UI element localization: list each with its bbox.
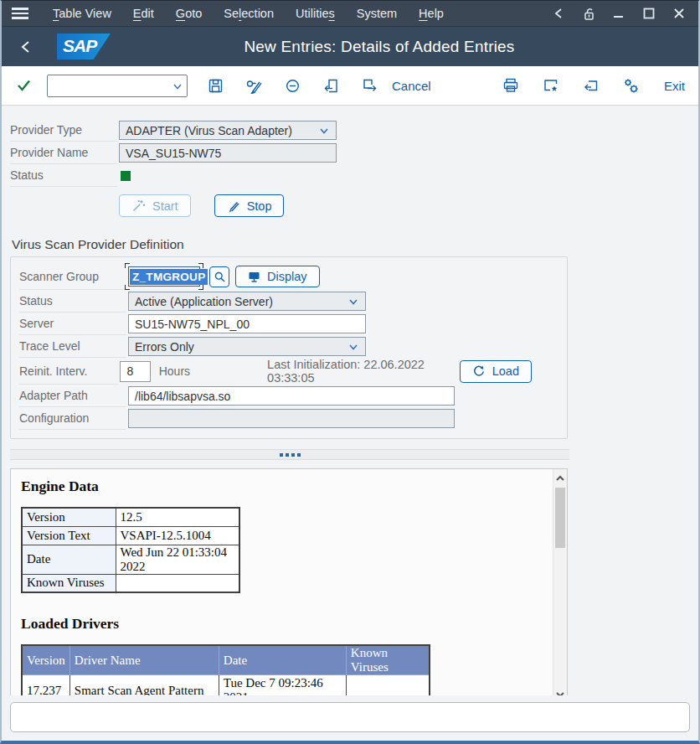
minimize-button[interactable] — [610, 4, 628, 23]
table-row: 17.237 Smart Scan Agent Pattern Tue Dec … — [22, 675, 430, 696]
server-field[interactable]: SU15-NW75_NPL_00 — [128, 314, 366, 333]
configuration-label: Configuration — [19, 407, 126, 430]
vertical-scrollbar[interactable] — [553, 469, 567, 695]
sap-gui-window: Table View Edit Goto Selection Utilities… — [0, 0, 700, 744]
menu-goto[interactable]: Goto — [165, 1, 213, 26]
status-green-indicator — [121, 171, 131, 181]
trace-level-label: Trace Level — [19, 335, 126, 358]
chevron-down-icon — [318, 125, 330, 137]
command-field[interactable] — [48, 75, 187, 96]
definition-status-dropdown[interactable]: Active (Application Server) — [128, 292, 366, 311]
content-area: Provider Type ADAPTER (Virus Scan Adapte… — [2, 106, 698, 695]
menu-bar: Table View Edit Goto Selection Utilities… — [2, 1, 698, 27]
stop-button[interactable]: Stop — [214, 194, 285, 217]
menu-items: Table View Edit Goto Selection Utilities… — [42, 1, 455, 26]
definition-status-label: Status — [19, 290, 126, 313]
start-button[interactable]: Start — [119, 194, 191, 217]
load-button[interactable]: Load — [460, 360, 532, 383]
menu-utilities[interactable]: Utilities — [285, 1, 346, 26]
save-icon[interactable] — [206, 76, 224, 95]
menu-system[interactable]: System — [346, 1, 408, 26]
scanner-group-input[interactable]: Z_TMGROUP — [128, 266, 200, 287]
adapter-path-field[interactable]: /lib64/libsapvsa.so — [128, 386, 455, 406]
menu-table-view[interactable]: Table View — [42, 1, 122, 26]
splitter-handle[interactable] — [10, 449, 569, 460]
adapter-path-label: Adapter Path — [19, 385, 126, 407]
back-chevron-icon[interactable] — [17, 38, 35, 56]
page-title: New Entries: Details of Added Entries — [60, 38, 698, 56]
chevron-down-icon — [347, 341, 359, 353]
hamburger-menu-icon[interactable] — [12, 8, 28, 19]
hours-unit-label: Hours — [159, 364, 190, 378]
engine-data-table: Version12.5 Version TextVSAPI-12.5.1004 … — [21, 507, 240, 593]
provider-type-label: Provider Type — [10, 119, 117, 142]
scanner-group-label: Scanner Group — [19, 263, 126, 290]
reinit-interval-label: Reinit. Interv. — [19, 358, 118, 385]
title-bar: New Entries: Details of Added Entries SA… — [2, 27, 698, 66]
exit-page-icon[interactable] — [360, 76, 378, 95]
unlock-icon[interactable] — [579, 4, 598, 23]
table-header-row: Version Driver Name Date Known Viruses — [22, 645, 430, 675]
trace-level-dropdown[interactable]: Errors Only — [128, 337, 366, 356]
engine-data-title: Engine Data — [21, 478, 567, 495]
menu-help[interactable]: Help — [408, 1, 455, 26]
provider-type-dropdown[interactable]: ADAPTER (Virus Scan Adapter) — [119, 121, 337, 140]
chevron-down-icon[interactable] — [172, 80, 183, 92]
server-label: Server — [19, 313, 126, 335]
new-session-icon[interactable] — [582, 76, 600, 95]
enter-check-icon[interactable] — [15, 76, 33, 95]
definition-groupbox: Scanner Group Z_TMGROUP Displa — [10, 256, 568, 439]
back-page-icon[interactable] — [322, 76, 340, 95]
definition-section-title: Virus Scan Provider Definition — [12, 237, 698, 252]
menu-selection[interactable]: Selection — [213, 1, 285, 26]
display-button[interactable]: Display — [235, 266, 320, 287]
provider-name-label: Provider Name — [10, 142, 117, 164]
maximize-button[interactable] — [640, 4, 658, 23]
close-button[interactable] — [670, 4, 688, 23]
scroll-up-icon[interactable] — [553, 471, 567, 486]
print-icon[interactable] — [502, 76, 520, 95]
chevron-left-icon[interactable] — [549, 4, 568, 23]
menu-edit[interactable]: Edit — [122, 1, 165, 26]
chevron-down-icon — [347, 296, 359, 307]
scroll-down-icon[interactable] — [553, 687, 567, 695]
scanner-group-focus: Z_TMGROUP — [125, 263, 203, 290]
display-change-icon[interactable] — [244, 76, 263, 95]
command-field-wrap — [47, 75, 188, 97]
value-help-search-icon[interactable] — [209, 266, 229, 287]
minus-circle-icon[interactable] — [283, 76, 301, 95]
configuration-field[interactable] — [128, 409, 455, 428]
status-message-field[interactable] — [10, 702, 690, 732]
scrollbar-thumb[interactable] — [555, 488, 565, 548]
provider-name-field[interactable]: VSA_SU15-NW75 — [119, 143, 337, 163]
shortcut-window-icon[interactable] — [542, 76, 560, 95]
loaded-drivers-table: Version Driver Name Date Known Viruses 1… — [21, 644, 430, 695]
exit-button[interactable]: Exit — [664, 79, 685, 93]
reinit-interval-input[interactable]: 8 — [120, 361, 150, 382]
status-label: Status — [10, 164, 117, 187]
app-toolbar: Cancel — [2, 66, 698, 106]
loaded-drivers-title: Loaded Drivers — [21, 615, 567, 633]
engine-data-panel: Engine Data Version12.5 Version TextVSAP… — [10, 468, 568, 695]
last-initialization-text: Last Initialization: 22.06.2022 03:33:05 — [267, 358, 460, 385]
status-bar — [2, 695, 698, 741]
settings-gears-icon[interactable] — [622, 76, 641, 95]
cancel-button[interactable]: Cancel — [392, 79, 431, 93]
